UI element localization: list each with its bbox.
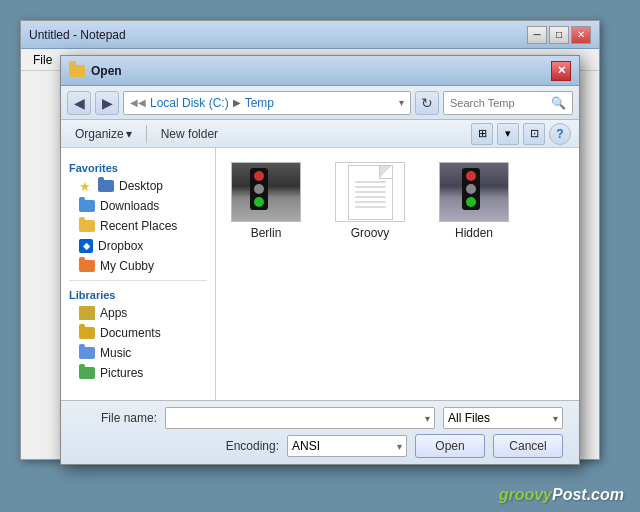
music-folder-icon (79, 347, 95, 359)
traffic-yellow (254, 184, 264, 194)
filetype-arrow: ▾ (553, 413, 558, 424)
filename-row: File name: ▾ All Files ▾ (77, 407, 563, 429)
notepad-titlebar: Untitled - Notepad ─ □ ✕ (21, 21, 599, 49)
sidebar-item-label: Music (100, 346, 131, 360)
file-thumb-groovy (335, 162, 405, 222)
dropbox-icon: ◆ (79, 239, 93, 253)
traffic-red (254, 171, 264, 181)
address-bar[interactable]: ◀◀ Local Disk (C:) ▶ Temp ▾ (123, 91, 411, 115)
view-button-1[interactable]: ⊞ (471, 123, 493, 145)
encoding-value: ANSI (292, 439, 320, 453)
cancel-button[interactable]: Cancel (493, 434, 563, 458)
sidebar-divider (69, 280, 207, 281)
recent-folder-icon (79, 220, 95, 232)
sidebar-item-documents[interactable]: Documents (61, 323, 215, 343)
file-item-hidden[interactable]: Hidden (434, 158, 514, 244)
notepad-close-button[interactable]: ✕ (571, 26, 591, 44)
file-area: Berlin Groovy (216, 148, 579, 400)
address-dropdown-arrow[interactable]: ▾ (399, 97, 404, 108)
watermark-suffix: Post.com (552, 486, 624, 503)
doc-line (355, 181, 386, 183)
breadcrumb-folder[interactable]: Temp (245, 96, 274, 110)
sidebar-item-music[interactable]: Music (61, 343, 215, 363)
sidebar-item-pictures[interactable]: Pictures (61, 363, 215, 383)
refresh-button[interactable]: ↻ (415, 91, 439, 115)
back-button[interactable]: ◀ (67, 91, 91, 115)
search-bar[interactable]: 🔍 (443, 91, 573, 115)
minimize-button[interactable]: ─ (527, 26, 547, 44)
dialog-title: Open (69, 64, 122, 78)
doc-line (355, 201, 386, 203)
document-icon (348, 165, 393, 220)
file-label-hidden: Hidden (455, 226, 493, 240)
open-button[interactable]: Open (415, 434, 485, 458)
file-item-groovy[interactable]: Groovy (330, 158, 410, 244)
sidebar-item-apps[interactable]: Apps (61, 303, 215, 323)
pictures-folder-icon (79, 367, 95, 379)
new-folder-button[interactable]: New folder (155, 125, 224, 143)
notepad-title: Untitled - Notepad (29, 28, 126, 42)
forward-button[interactable]: ▶ (95, 91, 119, 115)
sidebar: Favorites ★ Desktop Downloads Recent Pla… (61, 148, 216, 400)
organize-button[interactable]: Organize ▾ (69, 125, 138, 143)
doc-line (355, 186, 386, 188)
cubby-folder-icon (79, 260, 95, 272)
dialog-close-button[interactable]: ✕ (551, 61, 571, 81)
encoding-dropdown[interactable]: ANSI ▾ (287, 435, 407, 457)
traffic-green-2 (466, 197, 476, 207)
toolbar-right: ⊞ ▾ ⊡ ? (471, 123, 571, 145)
sidebar-item-label: My Cubby (100, 259, 154, 273)
sidebar-item-label: Apps (100, 306, 127, 320)
main-content: Favorites ★ Desktop Downloads Recent Pla… (61, 148, 579, 400)
sidebar-item-label: Pictures (100, 366, 143, 380)
encoding-row: Encoding: ANSI ▾ Open Cancel (77, 434, 563, 458)
sidebar-item-desktop[interactable]: ★ Desktop (61, 176, 215, 196)
file-item-berlin[interactable]: Berlin (226, 158, 306, 244)
watermark: groovyPost.com (499, 486, 624, 504)
sidebar-item-cubby[interactable]: My Cubby (61, 256, 215, 276)
desktop-folder-icon (98, 180, 114, 192)
sidebar-item-downloads[interactable]: Downloads (61, 196, 215, 216)
documents-folder-icon (79, 327, 95, 339)
dialog-titlebar: Open ✕ (61, 56, 579, 86)
file-thumb-berlin (231, 162, 301, 222)
open-dialog: Open ✕ ◀ ▶ ◀◀ Local Disk (C:) ▶ Temp ▾ ↻… (60, 55, 580, 465)
filename-label: File name: (77, 411, 157, 425)
encoding-arrow: ▾ (397, 441, 402, 452)
help-button[interactable]: ? (549, 123, 571, 145)
sidebar-item-recent[interactable]: Recent Places (61, 216, 215, 236)
sidebar-item-label: Recent Places (100, 219, 177, 233)
downloads-folder-icon (79, 200, 95, 212)
doc-line (355, 191, 386, 193)
doc-lines (349, 166, 392, 212)
filetype-dropdown[interactable]: All Files ▾ (443, 407, 563, 429)
sidebar-item-label: Desktop (119, 179, 163, 193)
sidebar-item-dropbox[interactable]: ◆ Dropbox (61, 236, 215, 256)
doc-line (355, 206, 386, 208)
bottom-bar: File name: ▾ All Files ▾ Encoding: ANSI … (61, 400, 579, 464)
encoding-label: Encoding: (199, 439, 279, 453)
traffic-light-icon (250, 168, 268, 210)
search-icon: 🔍 (551, 96, 566, 110)
dialog-folder-icon (69, 65, 85, 77)
favorites-label: Favorites (61, 158, 215, 176)
filename-dropdown-arrow: ▾ (425, 413, 430, 424)
traffic-green (254, 197, 264, 207)
libraries-label: Libraries (61, 285, 215, 303)
maximize-button[interactable]: □ (549, 26, 569, 44)
breadcrumb-drive[interactable]: Local Disk (C:) (150, 96, 229, 110)
view-button-3[interactable]: ⊡ (523, 123, 545, 145)
view-button-2[interactable]: ▾ (497, 123, 519, 145)
filetype-value: All Files (448, 411, 490, 425)
dialog-title-text: Open (91, 64, 122, 78)
toolbar-separator (146, 125, 147, 143)
filename-input[interactable]: ▾ (165, 407, 435, 429)
sidebar-item-label: Dropbox (98, 239, 143, 253)
traffic-yellow-2 (466, 184, 476, 194)
toolbar: Organize ▾ New folder ⊞ ▾ ⊡ ? (61, 120, 579, 148)
menu-file[interactable]: File (29, 53, 56, 67)
sidebar-item-label: Documents (100, 326, 161, 340)
sidebar-item-label: Downloads (100, 199, 159, 213)
search-input[interactable] (450, 97, 547, 109)
breadcrumb-arrow: ◀◀ (130, 97, 146, 108)
